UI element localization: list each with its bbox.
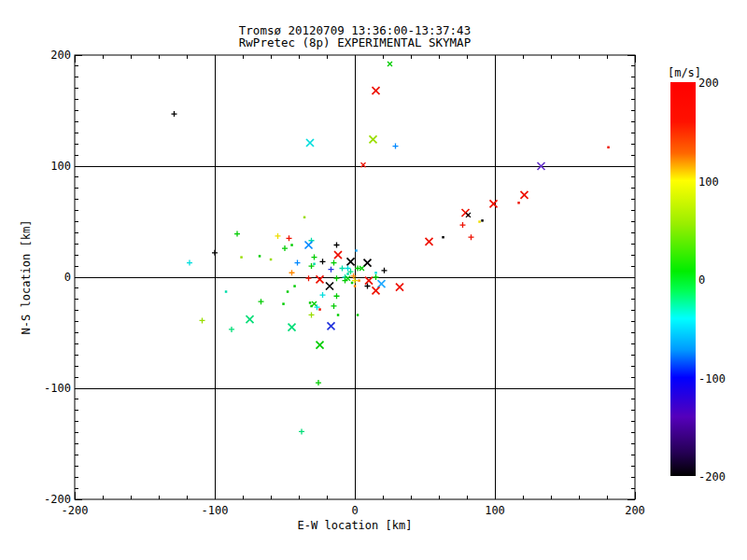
data-point bbox=[259, 255, 261, 258]
data-point bbox=[287, 235, 292, 241]
ytick-label: 100 bbox=[26, 161, 71, 172]
grid-lines bbox=[75, 55, 635, 499]
data-point bbox=[312, 255, 317, 260]
data-point bbox=[282, 302, 285, 305]
data-point bbox=[396, 284, 403, 291]
data-point bbox=[334, 251, 342, 259]
data-point bbox=[521, 191, 529, 199]
data-point bbox=[373, 87, 380, 94]
data-point bbox=[275, 233, 281, 239]
x-axis-label: E-W location [km] bbox=[75, 519, 635, 532]
data-point bbox=[306, 275, 312, 281]
data-point bbox=[303, 217, 306, 219]
data-point bbox=[320, 292, 326, 298]
xtick-label: -200 bbox=[47, 505, 103, 516]
ytick-label: 200 bbox=[26, 49, 71, 61]
data-point bbox=[361, 162, 366, 167]
colorbar-tick-label: 200 bbox=[698, 77, 740, 89]
data-point bbox=[305, 241, 313, 248]
data-point bbox=[295, 260, 301, 266]
data-point bbox=[329, 267, 334, 273]
colorbar bbox=[670, 82, 696, 476]
data-point bbox=[460, 222, 466, 228]
ytick-label: -200 bbox=[26, 494, 71, 505]
data-point bbox=[365, 277, 373, 285]
data-point bbox=[290, 244, 293, 246]
xtick-label: 200 bbox=[607, 505, 663, 516]
data-point bbox=[469, 234, 474, 240]
skymap-window: Tromsø 20120709 13:36:00-13:37:43 RwPret… bbox=[0, 0, 747, 560]
data-point bbox=[334, 275, 340, 281]
data-point bbox=[357, 314, 359, 316]
data-point bbox=[313, 263, 316, 266]
data-point bbox=[331, 303, 337, 309]
data-point bbox=[346, 273, 349, 275]
data-point bbox=[364, 259, 372, 267]
data-point bbox=[373, 287, 380, 294]
data-point bbox=[354, 285, 357, 287]
data-point bbox=[355, 249, 358, 252]
data-point bbox=[320, 259, 326, 264]
data-point bbox=[388, 62, 392, 66]
data-point bbox=[478, 220, 481, 223]
data-point bbox=[293, 285, 296, 287]
data-point bbox=[370, 135, 377, 143]
data-point bbox=[426, 238, 433, 245]
data-point bbox=[374, 274, 379, 280]
data-point bbox=[351, 282, 354, 285]
data-point bbox=[481, 219, 484, 222]
colorbar-tick-label: 100 bbox=[698, 176, 740, 188]
data-point bbox=[200, 317, 205, 323]
data-point bbox=[340, 265, 345, 271]
data-point bbox=[337, 314, 340, 316]
data-point bbox=[229, 327, 234, 332]
data-points bbox=[172, 62, 610, 434]
data-point bbox=[247, 315, 254, 323]
data-point bbox=[306, 139, 314, 147]
data-point bbox=[382, 268, 388, 273]
data-point bbox=[225, 290, 228, 293]
data-point bbox=[334, 293, 340, 299]
data-point bbox=[309, 312, 315, 317]
data-point bbox=[326, 283, 333, 290]
ytick-label: -100 bbox=[26, 383, 71, 394]
skymap-plot bbox=[0, 0, 747, 560]
data-point bbox=[282, 245, 288, 251]
data-point bbox=[270, 259, 273, 261]
data-point bbox=[234, 231, 240, 237]
data-point bbox=[259, 299, 264, 304]
data-point bbox=[393, 144, 399, 149]
colorbar-tick-label: -100 bbox=[698, 373, 740, 385]
data-point bbox=[374, 272, 377, 274]
data-point bbox=[318, 308, 321, 311]
data-point bbox=[334, 242, 340, 247]
data-point bbox=[490, 200, 498, 207]
data-point bbox=[310, 305, 313, 308]
colorbar-tick-label: 0 bbox=[698, 274, 740, 286]
data-point bbox=[172, 111, 177, 117]
data-point bbox=[187, 260, 192, 266]
data-point bbox=[299, 428, 304, 434]
ytick-label: 0 bbox=[26, 272, 71, 283]
data-point bbox=[212, 250, 218, 256]
colorbar-tick-label: -200 bbox=[698, 471, 740, 483]
data-point bbox=[289, 324, 296, 331]
data-point bbox=[517, 202, 520, 204]
data-point bbox=[309, 301, 312, 304]
data-point bbox=[347, 258, 355, 265]
xtick-label: 0 bbox=[327, 505, 383, 516]
data-point bbox=[287, 290, 289, 293]
data-point bbox=[442, 236, 444, 239]
xtick-label: -100 bbox=[187, 505, 243, 516]
data-point bbox=[316, 380, 321, 385]
data-point bbox=[358, 279, 360, 282]
data-point bbox=[328, 322, 335, 329]
data-point bbox=[240, 256, 243, 259]
data-point bbox=[317, 342, 324, 349]
data-point bbox=[289, 270, 295, 275]
data-point bbox=[607, 147, 610, 149]
data-point bbox=[345, 265, 351, 271]
xtick-label: 100 bbox=[467, 505, 523, 516]
data-point bbox=[331, 260, 337, 266]
